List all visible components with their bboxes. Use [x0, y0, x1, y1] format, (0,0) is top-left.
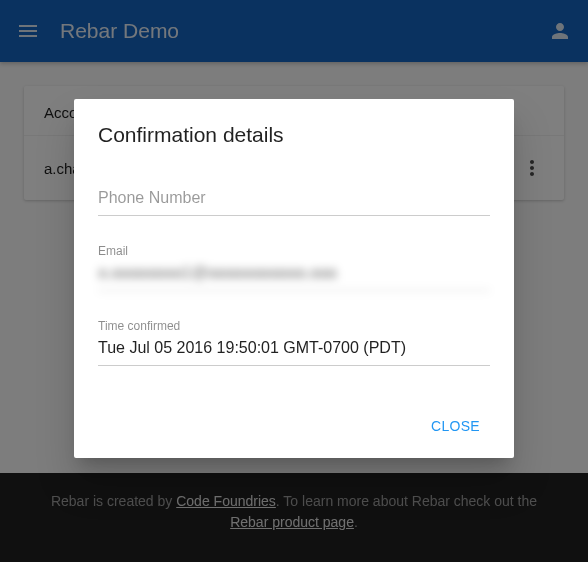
time-input[interactable]: [98, 337, 490, 366]
dialog-actions: CLOSE: [98, 410, 490, 446]
close-button[interactable]: CLOSE: [421, 410, 490, 442]
phone-label: Phone Number: [98, 189, 490, 215]
email-label: Email: [98, 244, 490, 258]
email-field: Email a.aaaaaaaa1@aaaaaaaaaaa.aaa: [98, 244, 490, 291]
phone-field: Phone Number: [98, 189, 490, 216]
confirmation-dialog: Confirmation details Phone Number Email …: [74, 99, 514, 458]
dialog-title: Confirmation details: [98, 123, 490, 147]
time-label: Time confirmed: [98, 319, 490, 333]
time-field: Time confirmed: [98, 319, 490, 366]
email-value: a.aaaaaaaa1@aaaaaaaaaaa.aaa: [98, 262, 490, 291]
